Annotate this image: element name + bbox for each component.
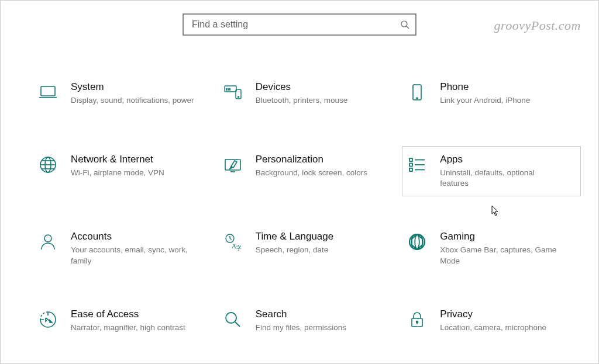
svg-point-0 bbox=[401, 21, 407, 27]
svg-rect-26 bbox=[409, 168, 412, 171]
time-lang-icon: A字 bbox=[223, 232, 243, 252]
svg-marker-36 bbox=[50, 320, 52, 323]
phone-icon bbox=[407, 82, 427, 102]
svg-point-10 bbox=[229, 90, 230, 91]
tile-phone[interactable]: PhoneLink your Android, iPhone bbox=[402, 74, 581, 119]
tile-title: Apps bbox=[440, 154, 574, 165]
svg-point-37 bbox=[226, 313, 236, 323]
tile-title: Privacy bbox=[440, 308, 574, 320]
tile-title: Gaming bbox=[440, 231, 574, 242]
svg-rect-20 bbox=[225, 160, 240, 170]
svg-line-1 bbox=[407, 26, 409, 29]
tile-desc: Background, lock screen, colors bbox=[256, 168, 390, 178]
tile-text: SearchFind my files, permissions bbox=[256, 308, 390, 333]
search-box[interactable] bbox=[183, 13, 416, 36]
tile-desc: Your accounts, email, sync, work, family bbox=[71, 245, 205, 266]
svg-point-5 bbox=[226, 89, 226, 89]
tile-desc: Xbox Game Bar, captures, Game Mode bbox=[440, 245, 574, 266]
devices-icon bbox=[223, 82, 243, 102]
tile-title: Personalization bbox=[256, 154, 390, 165]
svg-rect-24 bbox=[409, 164, 412, 167]
tile-text: PhoneLink your Android, iPhone bbox=[440, 81, 574, 106]
tile-devices[interactable]: DevicesBluetooth, printers, mouse bbox=[218, 74, 397, 119]
tile-text: SystemDisplay, sound, notifications, pow… bbox=[71, 81, 205, 106]
settings-grid: SystemDisplay, sound, notifications, pow… bbox=[33, 74, 581, 346]
svg-point-8 bbox=[226, 90, 226, 91]
gaming-icon bbox=[407, 232, 427, 252]
tile-desc: Location, camera, microphone bbox=[440, 323, 574, 333]
svg-line-31 bbox=[230, 238, 232, 240]
tile-title: Search bbox=[256, 308, 390, 320]
tile-title: Phone bbox=[440, 81, 574, 93]
tile-desc: Speech, region, date bbox=[256, 245, 390, 255]
tile-text: Network & InternetWi-Fi, airplane mode, … bbox=[71, 154, 205, 178]
tile-text: GamingXbox Game Bar, captures, Game Mode bbox=[440, 231, 574, 266]
tile-text: Time & LanguageSpeech, region, date bbox=[256, 231, 390, 255]
tile-title: Ease of Access bbox=[71, 308, 205, 320]
tile-desc: Display, sound, notifications, power bbox=[71, 95, 205, 106]
tile-desc: Wi-Fi, airplane mode, VPN bbox=[71, 168, 205, 178]
tile-desc: Link your Android, iPhone bbox=[440, 95, 574, 106]
apps-icon bbox=[407, 155, 427, 175]
tile-title: Accounts bbox=[71, 231, 205, 242]
tile-apps[interactable]: AppsUninstall, defaults, optional featur… bbox=[402, 146, 581, 196]
tile-title: Devices bbox=[256, 81, 390, 93]
tile-desc: Narrator, magnifier, high contrast bbox=[71, 323, 205, 333]
svg-point-12 bbox=[237, 96, 239, 98]
lock-icon bbox=[407, 310, 427, 330]
tile-title: Network & Internet bbox=[71, 154, 205, 165]
laptop-icon bbox=[38, 82, 58, 102]
ease-icon bbox=[38, 310, 58, 330]
tile-text: AppsUninstall, defaults, optional featur… bbox=[440, 154, 574, 189]
svg-point-14 bbox=[416, 98, 418, 99]
tile-network[interactable]: Network & InternetWi-Fi, airplane mode, … bbox=[33, 146, 212, 196]
tile-text: AccountsYour accounts, email, sync, work… bbox=[71, 231, 205, 266]
svg-text:字: 字 bbox=[236, 245, 242, 251]
tile-desc: Uninstall, defaults, optional features bbox=[440, 168, 574, 189]
tile-system[interactable]: SystemDisplay, sound, notifications, pow… bbox=[33, 74, 212, 119]
tile-title: Time & Language bbox=[256, 231, 390, 242]
tile-title: System bbox=[71, 81, 205, 93]
tile-accounts[interactable]: AccountsYour accounts, email, sync, work… bbox=[33, 223, 212, 273]
svg-rect-22 bbox=[409, 158, 412, 161]
search-input[interactable] bbox=[192, 19, 400, 30]
svg-point-7 bbox=[229, 89, 230, 89]
tile-text: DevicesBluetooth, printers, mouse bbox=[256, 81, 390, 106]
tile-text: PersonalizationBackground, lock screen, … bbox=[256, 154, 390, 178]
svg-point-6 bbox=[228, 89, 228, 89]
watermark-text: groovyPost.com bbox=[494, 18, 581, 33]
tile-text: Ease of AccessNarrator, magnifier, high … bbox=[71, 308, 205, 333]
svg-line-38 bbox=[235, 322, 240, 327]
personalize-icon bbox=[223, 155, 243, 175]
tile-privacy[interactable]: PrivacyLocation, camera, microphone bbox=[402, 301, 581, 346]
tile-search[interactable]: SearchFind my files, permissions bbox=[218, 301, 397, 346]
tile-personalization[interactable]: PersonalizationBackground, lock screen, … bbox=[218, 146, 397, 196]
svg-point-28 bbox=[44, 235, 51, 242]
tile-desc: Bluetooth, printers, mouse bbox=[256, 95, 390, 106]
svg-rect-2 bbox=[41, 86, 55, 96]
tile-text: PrivacyLocation, camera, microphone bbox=[440, 308, 574, 333]
search-icon bbox=[400, 20, 409, 29]
search-cat-icon bbox=[223, 310, 243, 330]
globe-icon bbox=[38, 155, 58, 175]
tile-ease[interactable]: Ease of AccessNarrator, magnifier, high … bbox=[33, 301, 212, 346]
tile-gaming[interactable]: GamingXbox Game Bar, captures, Game Mode bbox=[402, 223, 581, 273]
person-icon bbox=[38, 232, 58, 252]
svg-point-9 bbox=[228, 90, 228, 91]
tile-time[interactable]: A字Time & LanguageSpeech, region, date bbox=[218, 223, 397, 273]
tile-desc: Find my files, permissions bbox=[256, 323, 390, 333]
